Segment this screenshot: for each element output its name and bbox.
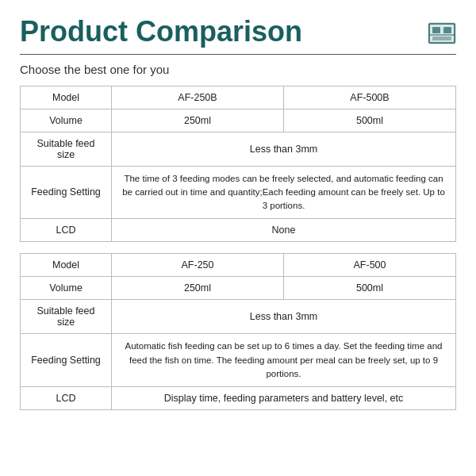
svg-rect-0 [428,22,456,44]
table-row: Suitable feed size Less than 3mm [21,132,456,166]
label-feeding-setting-1: Feeding Setting [21,166,112,219]
model-af250b: AF-250B [112,86,284,109]
table-row: Suitable feed size Less than 3mm [21,300,456,334]
lcd-value-1: None [112,219,456,242]
table-row: Volume 250ml 500ml [21,109,456,132]
feed-size-value-2: Less than 3mm [112,300,456,334]
label-lcd-1: LCD [21,219,112,242]
feeding-setting-value-1: The time of 3 feeding modes can be freel… [112,166,456,219]
svg-rect-2 [432,27,440,33]
feed-size-value-1: Less than 3mm [112,132,456,166]
model-af500b: AF-500B [284,86,456,109]
feeding-setting-value-2: Automatic fish feeding can be set up to … [112,334,456,387]
table-row: LCD Display time, feeding parameters and… [21,387,456,410]
label-model-1: Model [21,86,112,109]
table-row: Model AF-250B AF-500B [21,86,456,109]
table-row: LCD None [21,219,456,242]
comparison-table-2: Model AF-250 AF-500 Volume 250ml 500ml S… [20,253,456,410]
volume-500b: 500ml [284,109,456,132]
model-af250: AF-250 [112,254,284,277]
label-model-2: Model [21,254,112,277]
volume-250: 250ml [112,277,284,300]
label-feeding-setting-2: Feeding Setting [21,334,112,387]
model-af500: AF-500 [284,254,456,277]
page-title: Product Comparison [20,16,302,48]
table-row: Model AF-250 AF-500 [21,254,456,277]
brand-logo-icon [428,22,456,44]
label-feed-size-1: Suitable feed size [21,132,112,166]
lcd-value-2: Display time, feeding parameters and bat… [112,387,456,410]
page: Product Comparison Choose the best one f… [0,0,476,476]
table-row: Feeding Setting Automatic fish feeding c… [21,334,456,387]
svg-rect-3 [443,27,451,33]
subtitle: Choose the best one for you [20,63,456,76]
label-volume-2: Volume [21,277,112,300]
volume-250b: 250ml [112,109,284,132]
label-volume-1: Volume [21,109,112,132]
label-lcd-2: LCD [21,387,112,410]
table-row: Volume 250ml 500ml [21,277,456,300]
header-divider [20,54,456,55]
comparison-table-1: Model AF-250B AF-500B Volume 250ml 500ml… [20,86,456,243]
table-row: Feeding Setting The time of 3 feeding mo… [21,166,456,219]
svg-rect-5 [432,36,451,40]
label-feed-size-2: Suitable feed size [21,300,112,334]
volume-500: 500ml [284,277,456,300]
header: Product Comparison [20,16,456,48]
